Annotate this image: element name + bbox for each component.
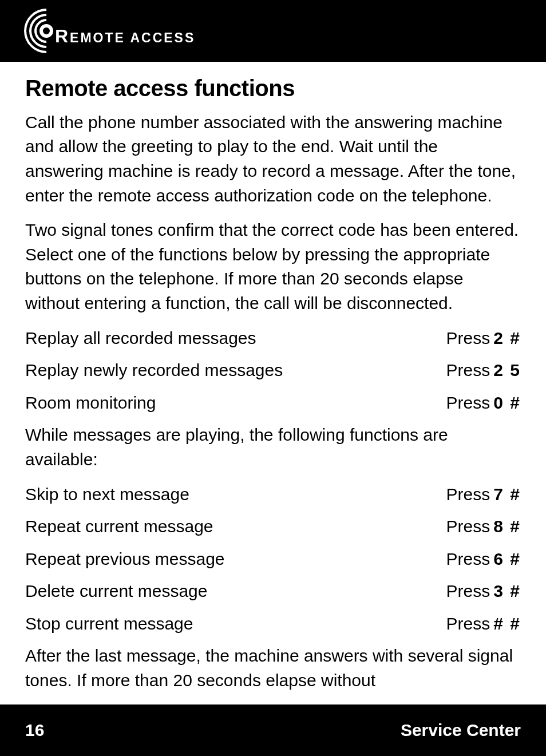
- function-action: Press6 #: [446, 547, 521, 572]
- function-action: Press2 #: [446, 326, 521, 351]
- press-word: Press: [446, 393, 490, 412]
- function-label: Skip to next message: [25, 482, 446, 507]
- function-row: Repeat current message Press8 #: [25, 514, 521, 539]
- function-row: Delete current message Press3 #: [25, 579, 521, 604]
- function-row: Repeat previous message Press6 #: [25, 547, 521, 572]
- function-row: Room monitoring Press0 #: [25, 391, 521, 415]
- page-number: 16: [25, 721, 44, 740]
- function-label: Stop current message: [25, 612, 446, 636]
- function-label: Repeat previous message: [25, 547, 446, 572]
- press-key: # #: [493, 614, 521, 633]
- function-row: Skip to next message Press7 #: [25, 482, 521, 507]
- function-label: Delete current message: [25, 579, 446, 604]
- service-center-label: Service Center: [401, 721, 521, 740]
- page-title: Remote access functions: [25, 72, 521, 105]
- press-word: Press: [446, 485, 490, 504]
- header-label-rest: EMOTE ACCESS: [70, 31, 195, 45]
- header-label-prefix: R: [55, 27, 70, 45]
- function-action: Press7 #: [446, 482, 521, 507]
- closing-paragraph: After the last message, the machine answ…: [25, 644, 521, 692]
- press-word: Press: [446, 549, 490, 568]
- press-word: Press: [446, 517, 490, 536]
- function-label: Room monitoring: [25, 391, 446, 415]
- function-row: Stop current message Press# #: [25, 612, 521, 636]
- press-key: 3 #: [493, 581, 521, 600]
- press-word: Press: [446, 614, 490, 633]
- mid-paragraph: While messages are playing, the followin…: [25, 423, 521, 472]
- footer-bar: 16 Service Center: [0, 704, 546, 756]
- content-area: Remote access functions Call the phone n…: [0, 62, 546, 704]
- function-label: Replay newly recorded messages: [25, 358, 446, 383]
- intro-paragraph-1: Call the phone number associated with th…: [25, 110, 521, 208]
- function-action: Press2 5: [446, 358, 521, 383]
- header-bar: REMOTE ACCESS: [0, 0, 546, 62]
- press-key: 0 #: [493, 393, 521, 412]
- press-word: Press: [446, 581, 490, 600]
- function-row: Replay newly recorded messages Press2 5: [25, 358, 521, 383]
- header-section-label: REMOTE ACCESS: [55, 26, 196, 46]
- press-word: Press: [446, 361, 490, 379]
- press-key: 7 #: [493, 485, 521, 504]
- function-label: Replay all recorded messages: [25, 326, 446, 351]
- function-action: Press0 #: [446, 391, 521, 415]
- press-word: Press: [446, 328, 490, 347]
- press-key: 6 #: [493, 549, 521, 568]
- function-action: Press8 #: [446, 514, 521, 539]
- function-action: Press3 #: [446, 579, 521, 604]
- press-key: 2 5: [493, 361, 521, 379]
- page-root: REMOTE ACCESS Remote access functions Ca…: [0, 0, 546, 756]
- press-key: 2 #: [493, 328, 521, 347]
- function-row: Replay all recorded messages Press2 #: [25, 326, 521, 351]
- function-action: Press# #: [446, 612, 521, 636]
- function-label: Repeat current message: [25, 514, 446, 539]
- intro-paragraph-2: Two signal tones confirm that the correc…: [25, 218, 521, 315]
- press-key: 8 #: [493, 517, 521, 536]
